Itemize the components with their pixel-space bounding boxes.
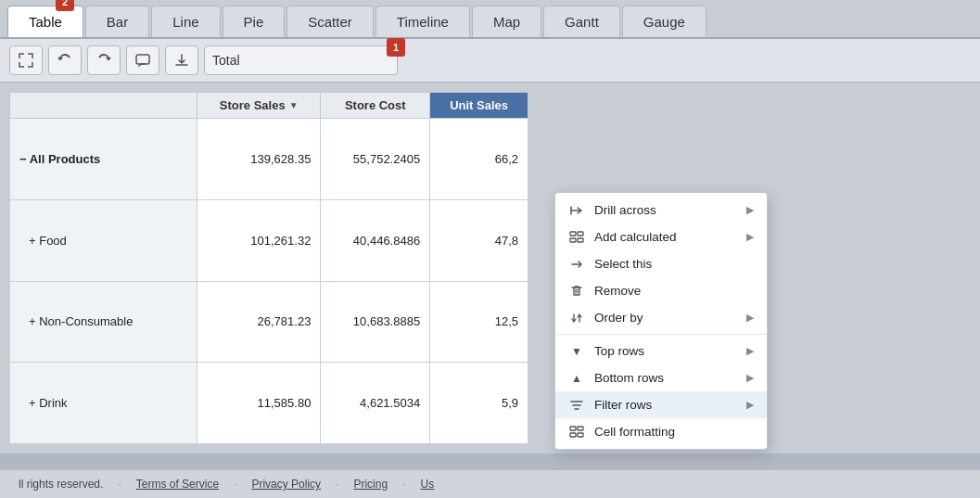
download-button[interactable]: [165, 45, 198, 75]
menu-item-remove[interactable]: Remove: [555, 277, 767, 304]
cell-nc-store-sales: 26,781.23: [197, 281, 320, 363]
cell-all-store-cost: 55,752.2405: [321, 119, 430, 200]
footer-pricing[interactable]: Pricing: [353, 478, 388, 491]
menu-label-cell-formatting: Cell formatting: [594, 425, 675, 439]
row-label-all-products: − All Products: [10, 119, 197, 200]
badge-2: 2: [56, 0, 74, 11]
footer-privacy[interactable]: Privacy Policy: [251, 478, 321, 491]
svg-rect-7: [570, 433, 576, 437]
sort-arrow-store-sales: ▼: [289, 100, 299, 110]
remove-icon: [568, 285, 585, 298]
tab-timeline[interactable]: Timeline: [375, 6, 470, 37]
cell-nc-unit-sales: 12,5: [430, 281, 528, 363]
tab-line[interactable]: Line: [151, 6, 220, 37]
menu-label-add-calculated: Add calculated: [594, 230, 677, 244]
bottom-rows-icon: ▲: [568, 372, 585, 385]
submenu-chevron: ▶: [746, 312, 754, 324]
svg-rect-1: [570, 232, 576, 236]
submenu-chevron: ▶: [746, 345, 754, 357]
table-row: + Food 101,261.32 40,446.8486 47,8: [10, 199, 528, 281]
row-label-non-consumable: + Non-Consumable: [10, 281, 197, 363]
cell-all-store-sales: 139,628.35: [197, 119, 320, 200]
footer-rights: ll rights reserved.: [19, 478, 103, 491]
svg-rect-5: [570, 427, 576, 430]
tab-scatter[interactable]: Scatter: [286, 6, 374, 37]
main-area: Store Sales ▼ Store Cost Unit Sales − Al…: [0, 83, 980, 453]
cell-food-unit-sales: 47,8: [430, 199, 528, 281]
submenu-chevron: ▶: [746, 231, 754, 243]
cell-all-unit-sales: 66,2: [430, 119, 528, 200]
cell-drink-store-cost: 4,621.5034: [321, 363, 430, 444]
menu-item-add-calculated[interactable]: Add calculated ▶: [555, 223, 767, 250]
menu-item-drill-across[interactable]: Drill across ▶: [555, 197, 767, 223]
undo-button[interactable]: [48, 45, 82, 75]
top-rows-icon: ▼: [568, 345, 585, 358]
badge-1: 1: [387, 38, 405, 57]
drill-across-icon: [568, 204, 585, 217]
tab-bar: Table Bar Line Pie Scatter Timeline Map …: [0, 0, 980, 39]
context-menu: Drill across ▶ Add calculated ▶ Sel: [554, 192, 768, 450]
menu-item-top-rows[interactable]: ▼ Top rows ▶: [555, 338, 767, 364]
table-row: − All Products 139,628.35 55,752.2405 66…: [10, 119, 528, 200]
svg-rect-4: [578, 238, 583, 242]
cell-drink-unit-sales: 5,9: [430, 363, 528, 444]
col-header-row-label: [10, 93, 197, 119]
data-table: Store Sales ▼ Store Cost Unit Sales − Al…: [9, 92, 528, 444]
row-label-food: + Food: [10, 199, 197, 281]
tab-map[interactable]: Map: [472, 6, 541, 37]
menu-label-remove: Remove: [594, 284, 641, 298]
tab-gantt[interactable]: Gantt: [543, 6, 620, 37]
footer: ll rights reserved. · Terms of Service ·…: [0, 470, 980, 498]
total-dropdown-wrapper: 1: [204, 45, 398, 75]
svg-rect-2: [578, 232, 583, 236]
menu-item-cell-formatting[interactable]: Cell formatting: [555, 418, 767, 445]
submenu-chevron: ▶: [746, 204, 754, 216]
menu-label-top-rows: Top rows: [594, 344, 644, 358]
col-header-store-cost[interactable]: Store Cost: [321, 93, 430, 119]
order-by-icon: [568, 312, 585, 325]
submenu-chevron: ▶: [746, 372, 754, 384]
menu-item-bottom-rows[interactable]: ▲ Bottom rows ▶: [555, 364, 767, 391]
expand-button[interactable]: [9, 45, 43, 75]
tab-gauge[interactable]: Gauge: [622, 6, 706, 37]
col-header-unit-sales[interactable]: Unit Sales: [430, 93, 528, 119]
menu-label-drill-across: Drill across: [594, 203, 656, 217]
row-label-drink: + Drink: [10, 363, 197, 444]
menu-item-filter-rows[interactable]: Filter rows ▶: [555, 391, 767, 418]
tab-bar-chart[interactable]: Bar: [85, 6, 149, 37]
table-row: + Drink 11,585.80 4,621.5034 5,9: [10, 363, 528, 444]
svg-rect-6: [578, 427, 583, 430]
menu-label-filter-rows: Filter rows: [594, 398, 652, 412]
footer-terms[interactable]: Terms of Service: [136, 478, 219, 491]
cell-drink-store-sales: 11,585.80: [197, 363, 320, 444]
cell-formatting-icon: [568, 426, 585, 439]
select-this-icon: [568, 258, 585, 271]
table-row: + Non-Consumable 26,781.23 10,683.8885 1…: [10, 281, 528, 363]
add-calculated-icon: [568, 231, 585, 244]
svg-rect-3: [570, 238, 576, 242]
cell-food-store-sales: 101,261.32: [197, 199, 320, 281]
menu-label-select-this: Select this: [594, 257, 652, 271]
svg-rect-8: [578, 433, 583, 437]
total-dropdown[interactable]: [204, 45, 398, 75]
redo-button[interactable]: [87, 45, 121, 75]
menu-label-order-by: Order by: [594, 311, 643, 325]
cell-nc-store-cost: 10,683.8885: [321, 281, 430, 363]
filter-rows-icon: [568, 399, 585, 412]
comment-button[interactable]: [126, 45, 159, 75]
svg-rect-0: [136, 55, 149, 64]
toolbar: 1 2: [0, 39, 980, 83]
col-header-store-sales[interactable]: Store Sales ▼: [197, 93, 320, 119]
footer-contact-us[interactable]: Us: [420, 478, 434, 491]
submenu-chevron: ▶: [746, 399, 754, 411]
menu-label-bottom-rows: Bottom rows: [594, 371, 664, 385]
menu-divider-1: [555, 334, 767, 335]
cell-food-store-cost: 40,446.8486: [321, 199, 430, 281]
menu-item-select-this[interactable]: Select this: [555, 250, 767, 277]
menu-item-order-by[interactable]: Order by ▶: [555, 304, 767, 331]
tab-pie[interactable]: Pie: [223, 6, 286, 37]
